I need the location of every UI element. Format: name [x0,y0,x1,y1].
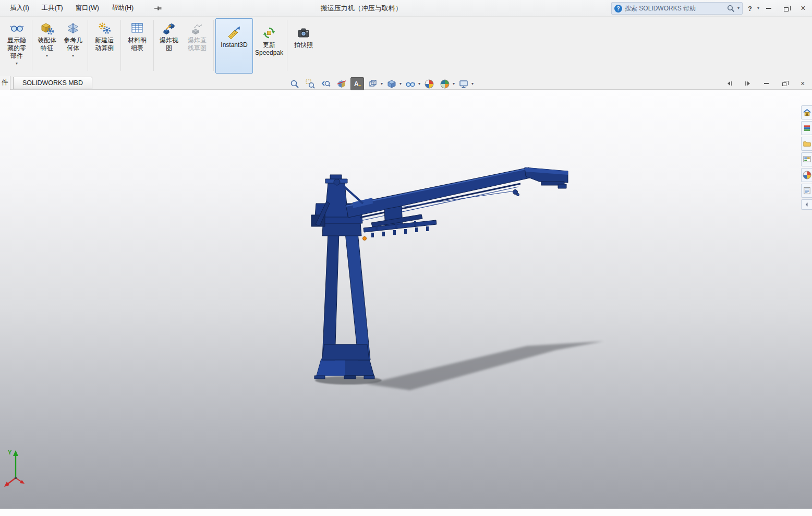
model-shadow [366,341,604,390]
view-orientation-icon [368,79,378,89]
task-pane-file-explorer[interactable] [801,137,812,151]
ribbon-update-speedpak[interactable]: 更新 Speedpak [253,18,285,74]
design-library-icon [803,124,811,133]
custom-properties-icon [803,186,811,195]
svg-text:A: A [354,80,359,88]
hide-show-items-button[interactable] [404,77,417,90]
task-pane-view-palette[interactable] [801,152,812,166]
dock-left-button[interactable] [723,78,736,89]
window-close-button[interactable]: × [795,2,811,15]
apply-scene-button[interactable] [438,77,452,90]
dropdown-caret-icon[interactable]: ▾ [46,54,48,58]
section-view-icon [337,79,346,89]
task-pane-appearances-scenes[interactable] [801,168,812,182]
task-pane-custom-properties[interactable] [801,184,812,198]
ribbon-separator [120,20,121,71]
ribbon-assembly-features[interactable]: 装配体 特征 ▾ [34,18,60,74]
ribbon-separator [287,20,287,71]
ribbon-label: 拍快照 [294,41,313,49]
apply-scene-caret-icon[interactable]: ▾ [453,81,455,86]
ribbon-label: 参考几 何体 [64,37,82,52]
zoom-to-area-button[interactable] [304,77,317,90]
window-title: 搬运压力机（冲压与取料） [321,4,402,13]
tab-solidworks-addins-partial[interactable]: 件 [0,76,10,90]
command-manager-ribbon: 显示隐 藏的零 部件 ▾ 装配体 特征 ▾ 参考几 何体 ▾ [0,17,812,76]
view-orientation-button[interactable] [366,77,380,90]
ribbon-separator [32,20,32,71]
minimize-icon [764,83,769,84]
ribbon-label: 更新 Speedpak [255,41,283,57]
camera-icon [297,25,310,41]
ribbon-take-snapshot[interactable]: 拍快照 [289,18,318,74]
view-palette-icon [803,155,811,164]
chevron-left-icon [804,201,810,208]
ribbon-label: 新建运 动算例 [95,37,114,52]
display-style-button[interactable] [385,77,398,90]
zoom-to-fit-button[interactable] [288,77,301,90]
document-minimize-button[interactable] [760,78,772,89]
task-pane-toggle[interactable] [801,199,812,210]
ribbon-show-hidden-components[interactable]: 显示隐 藏的零 部件 ▾ [3,18,30,74]
mate-marker-orange [363,237,367,241]
help-button[interactable]: ? [744,5,756,13]
dropdown-caret-icon[interactable]: ▾ [16,62,18,66]
dropdown-caret-icon[interactable]: ▾ [72,54,74,58]
search-dropdown-caret-icon[interactable]: ▾ [737,6,740,10]
view-settings-caret-icon[interactable]: ▾ [471,81,474,86]
restore-icon [784,7,789,11]
help-circle-icon: ? [614,5,622,13]
previous-view-icon [321,79,331,89]
document-close-button[interactable]: × [796,78,809,89]
triad-y-label: Y [8,449,12,455]
search-input[interactable] [625,5,724,12]
view-settings-button[interactable] [457,77,470,90]
display-style-icon [387,79,396,89]
ribbon-new-motion-study[interactable]: 新建运 动算例 [90,18,119,74]
hide-show-items-icon [406,79,415,89]
tab-solidworks-mbd[interactable]: SOLIDWORKS MBD [13,77,92,89]
window-minimize-button[interactable] [761,2,777,15]
graphics-viewport[interactable]: Y [0,90,812,509]
ribbon-separator [88,20,88,71]
ribbon-bill-of-materials[interactable]: 材料明 细表 [123,18,152,74]
hide-show-items-caret-icon[interactable]: ▾ [418,81,420,86]
minimize-icon [766,8,771,9]
dock-left-icon [726,80,733,87]
zoom-to-area-icon [306,79,315,89]
task-pane-solidworks-resources[interactable] [801,105,812,119]
dock-right-icon [744,80,752,87]
dock-right-button[interactable] [742,78,754,89]
ribbon-label: 爆炸直 线草图 [188,37,207,52]
document-restore-button[interactable] [778,78,791,89]
help-search-box[interactable]: ? ▾ [611,2,743,15]
ribbon-instant3d[interactable]: Instant3D [215,18,253,74]
menu-tools[interactable]: 工具(T) [36,1,69,15]
edit-appearance-icon [425,79,434,89]
menu-help[interactable]: 帮助(H) [106,1,139,15]
previous-view-button[interactable] [319,77,333,90]
menu-insert[interactable]: 插入(I) [4,1,35,15]
update-speedpak-icon [262,25,276,41]
task-pane-design-library[interactable] [801,121,812,135]
help-dropdown-caret-icon[interactable]: ▾ [757,6,759,10]
menu-pin-button[interactable] [154,5,162,12]
view-settings-icon [459,79,468,89]
menu-window[interactable]: 窗口(W) [70,1,105,15]
ribbon-reference-geometry[interactable]: 参考几 何体 ▾ [60,18,86,74]
ribbon-separator [153,20,154,71]
annotation-views-icon: A [353,79,362,89]
reference-geometry-icon [66,20,80,36]
ribbon-label: 爆炸视 图 [160,37,178,52]
close-icon: × [801,80,805,87]
close-icon: × [801,4,805,13]
search-icon[interactable] [727,5,735,13]
section-view-button[interactable] [335,77,348,90]
assembly-model-3d[interactable] [0,90,812,509]
ribbon-exploded-view[interactable]: 爆炸视 图 [155,18,183,74]
explode-line-sketch-icon [190,20,204,36]
view-orientation-caret-icon[interactable]: ▾ [381,81,383,86]
annotation-views-button[interactable]: A [350,77,364,90]
edit-appearance-button[interactable] [422,77,436,90]
display-style-caret-icon[interactable]: ▾ [399,81,402,86]
window-restore-button[interactable] [778,2,794,15]
